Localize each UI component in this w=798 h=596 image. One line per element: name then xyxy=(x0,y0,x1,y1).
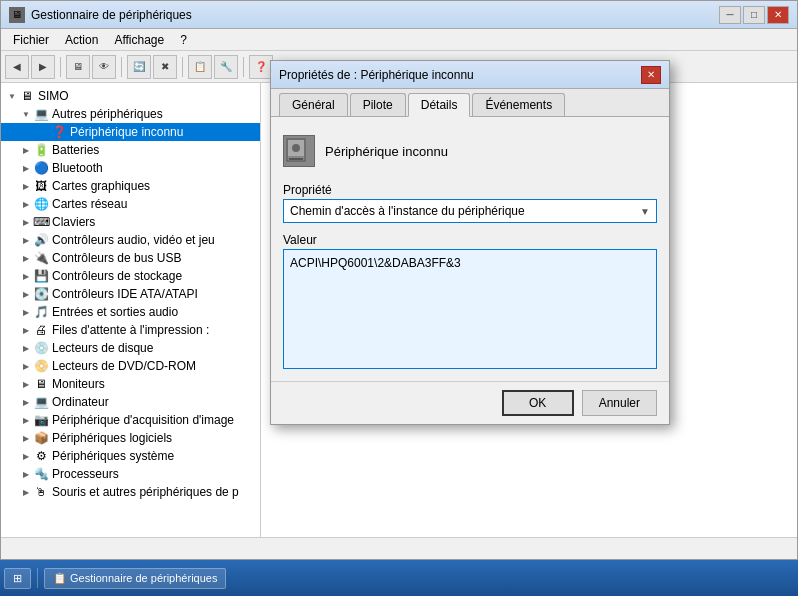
value-content: ACPI\HPQ6001\2&DABA3FF&3 xyxy=(290,256,650,270)
audio-icon: 🔊 xyxy=(33,232,49,248)
app-icon: 🖥 xyxy=(9,7,25,23)
sys-periph-label: Périphériques système xyxy=(52,449,174,463)
menu-help[interactable]: ? xyxy=(172,31,195,49)
tree-item-bluetooth[interactable]: ▶ 🔵 Bluetooth xyxy=(1,159,260,177)
tree-item-network[interactable]: ▶ 🌐 Cartes réseau xyxy=(1,195,260,213)
computer-label: Ordinateur xyxy=(52,395,109,409)
batteries-expand-icon: ▶ xyxy=(19,143,33,157)
tree-item-computer[interactable]: ▶ 💻 Ordinateur xyxy=(1,393,260,411)
storage-label: Contrôleurs de stockage xyxy=(52,269,182,283)
tree-item-graphics[interactable]: ▶ 🖼 Cartes graphiques xyxy=(1,177,260,195)
device-icon xyxy=(283,135,315,167)
tree-item-print[interactable]: ▶ 🖨 Files d'attente à l'impression : xyxy=(1,321,260,339)
title-bar-left: 🖥 Gestionnaire de périphériques xyxy=(9,7,192,23)
batteries-label: Batteries xyxy=(52,143,99,157)
tree-item-audio-io[interactable]: ▶ 🎵 Entrées et sorties audio xyxy=(1,303,260,321)
back-button[interactable]: ◀ xyxy=(5,55,29,79)
bluetooth-icon: 🔵 xyxy=(33,160,49,176)
tree-item-sys-periph[interactable]: ▶ ⚙ Périphériques système xyxy=(1,447,260,465)
bluetooth-label: Bluetooth xyxy=(52,161,103,175)
tree-item-periph-inconnu[interactable]: ❓ Périphérique inconnu xyxy=(1,123,260,141)
tree-item-disk[interactable]: ▶ 💿 Lecteurs de disque xyxy=(1,339,260,357)
remove-button[interactable]: ✖ xyxy=(153,55,177,79)
toolbar-sep-1 xyxy=(60,57,61,77)
property-section: Propriété Chemin d'accès à l'instance du… xyxy=(283,183,657,223)
tab-general[interactable]: Général xyxy=(279,93,348,116)
title-controls: ─ □ ✕ xyxy=(719,6,789,24)
computer-icon: 💻 xyxy=(33,394,49,410)
tree-item-audio[interactable]: ▶ 🔊 Contrôleurs audio, vidéo et jeu xyxy=(1,231,260,249)
processors-expand-icon: ▶ xyxy=(19,467,33,481)
ok-button[interactable]: OK xyxy=(502,390,574,416)
sys-periph-expand-icon: ▶ xyxy=(19,449,33,463)
tree-item-batteries[interactable]: ▶ 🔋 Batteries xyxy=(1,141,260,159)
tree-item-imaging[interactable]: ▶ 📷 Périphérique d'acquisition d'image xyxy=(1,411,260,429)
mice-expand-icon: ▶ xyxy=(19,485,33,499)
mice-label: Souris et autres périphériques de p xyxy=(52,485,239,499)
tree-panel: ▼ 🖥 SIMO ▼ 💻 Autres périphériques ❓ Péri… xyxy=(1,83,261,537)
disk-label: Lecteurs de disque xyxy=(52,341,153,355)
tree-item-usb[interactable]: ▶ 🔌 Contrôleurs de bus USB xyxy=(1,249,260,267)
taskbar-item-1[interactable]: 📋 Gestionnaire de périphériques xyxy=(44,568,226,589)
minimize-button[interactable]: ─ xyxy=(719,6,741,24)
autres-icon: 💻 xyxy=(33,106,49,122)
network-icon: 🌐 xyxy=(33,196,49,212)
dropdown-arrow-icon: ▼ xyxy=(640,206,650,217)
tree-root[interactable]: ▼ 🖥 SIMO xyxy=(1,87,260,105)
keyboards-label: Claviers xyxy=(52,215,95,229)
close-button[interactable]: ✕ xyxy=(767,6,789,24)
tree-item-keyboards[interactable]: ▶ ⌨ Claviers xyxy=(1,213,260,231)
menu-action[interactable]: Action xyxy=(57,31,106,49)
view-button[interactable]: 👁 xyxy=(92,55,116,79)
tree-item-soft-periph[interactable]: ▶ 📦 Périphériques logiciels xyxy=(1,429,260,447)
batteries-icon: 🔋 xyxy=(33,142,49,158)
disk-icon: 💿 xyxy=(33,340,49,356)
usb-label: Contrôleurs de bus USB xyxy=(52,251,181,265)
tree-item-dvd[interactable]: ▶ 📀 Lecteurs de DVD/CD-ROM xyxy=(1,357,260,375)
taskbar-start[interactable]: ⊞ xyxy=(4,568,31,589)
ide-label: Contrôleurs IDE ATA/ATAPI xyxy=(52,287,198,301)
dialog-close-button[interactable]: ✕ xyxy=(641,66,661,84)
tab-details[interactable]: Détails xyxy=(408,93,471,117)
soft-periph-label: Périphériques logiciels xyxy=(52,431,172,445)
dvd-label: Lecteurs de DVD/CD-ROM xyxy=(52,359,196,373)
imaging-expand-icon: ▶ xyxy=(19,413,33,427)
audio-io-icon: 🎵 xyxy=(33,304,49,320)
tree-item-ide[interactable]: ▶ 💽 Contrôleurs IDE ATA/ATAPI xyxy=(1,285,260,303)
audio-label: Contrôleurs audio, vidéo et jeu xyxy=(52,233,215,247)
menu-affichage[interactable]: Affichage xyxy=(106,31,172,49)
tree-item-mice[interactable]: ▶ 🖱 Souris et autres périphériques de p xyxy=(1,483,260,501)
usb-icon: 🔌 xyxy=(33,250,49,266)
tree-root-label: SIMO xyxy=(38,89,69,103)
property-dropdown-value: Chemin d'accès à l'instance du périphéri… xyxy=(290,204,525,218)
menu-fichier[interactable]: Fichier xyxy=(5,31,57,49)
dialog-footer: OK Annuler xyxy=(271,381,669,424)
soft-periph-icon: 📦 xyxy=(33,430,49,446)
audio-io-label: Entrées et sorties audio xyxy=(52,305,178,319)
soft-periph-expand-icon: ▶ xyxy=(19,431,33,445)
svg-point-2 xyxy=(292,144,300,152)
dvd-expand-icon: ▶ xyxy=(19,359,33,373)
property-dropdown[interactable]: Chemin d'accès à l'instance du périphéri… xyxy=(283,199,657,223)
properties-button[interactable]: 📋 xyxy=(188,55,212,79)
storage-expand-icon: ▶ xyxy=(19,269,33,283)
maximize-button[interactable]: □ xyxy=(743,6,765,24)
value-label: Valeur xyxy=(283,233,657,247)
tab-evenements[interactable]: Événements xyxy=(472,93,565,116)
forward-button[interactable]: ▶ xyxy=(31,55,55,79)
tree-item-monitors[interactable]: ▶ 🖥 Moniteurs xyxy=(1,375,260,393)
tree-item-processors[interactable]: ▶ 🔩 Processeurs xyxy=(1,465,260,483)
tab-pilote[interactable]: Pilote xyxy=(350,93,406,116)
sys-periph-icon: ⚙ xyxy=(33,448,49,464)
dialog-title: Propriétés de : Périphérique inconnu xyxy=(279,68,474,82)
computer-button[interactable]: 🖥 xyxy=(66,55,90,79)
tree-item-storage[interactable]: ▶ 💾 Contrôleurs de stockage xyxy=(1,267,260,285)
keyboards-expand-icon: ▶ xyxy=(19,215,33,229)
tree-item-autres[interactable]: ▼ 💻 Autres périphériques xyxy=(1,105,260,123)
main-window-title: Gestionnaire de périphériques xyxy=(31,8,192,22)
refresh-button[interactable]: 🔄 xyxy=(127,55,151,79)
cancel-button[interactable]: Annuler xyxy=(582,390,657,416)
device-header: Périphérique inconnu xyxy=(283,129,657,173)
settings-button[interactable]: 🔧 xyxy=(214,55,238,79)
dialog-content: Périphérique inconnu Propriété Chemin d'… xyxy=(271,117,669,381)
